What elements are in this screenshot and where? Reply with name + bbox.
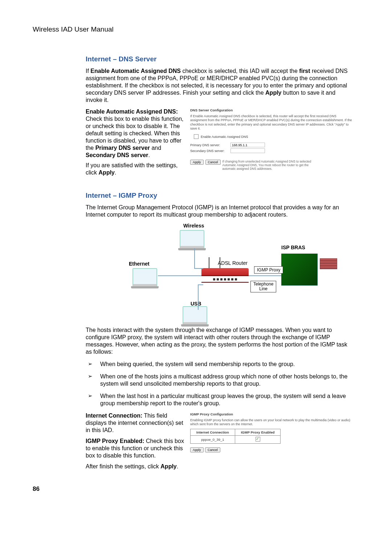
dns-screenshot: DNS Server Configuration If Enable Autom… xyxy=(190,108,354,171)
text: first xyxy=(299,68,310,74)
text: Enable Automatic Assigned DNS xyxy=(90,68,181,74)
text: Apply xyxy=(160,463,176,469)
text: . xyxy=(115,169,116,176)
internet-connection-label: Internet Connection: xyxy=(86,413,142,419)
text: If xyxy=(86,68,90,74)
isp-bras-icon xyxy=(281,254,318,286)
diagram-igmp-proxy-label: IGMP Proxy xyxy=(254,266,283,274)
igmp-col-connection: Internet Connection xyxy=(191,429,235,435)
dns-heading: Internet – DNS Server xyxy=(86,55,354,63)
page-header: Wireless IAD User Manual xyxy=(33,25,362,33)
igmp-topology-diagram: Wireless Ethernet USB ADSL Router ISP BR… xyxy=(118,223,321,321)
igmp-heading: Internet – IGMP Proxy xyxy=(86,192,354,200)
secondary-dns-label: Secondary DNS server: xyxy=(190,149,228,153)
dns-intro: If Enable Automatic Assigned DNS checkbo… xyxy=(86,67,354,104)
wireless-laptop-icon xyxy=(180,230,204,249)
ethernet-laptop-icon xyxy=(132,268,157,287)
diagram-telephone-line-label: Telephone Line xyxy=(250,281,276,292)
igmp-ss-desc: Enabling IGMP proxy function can allow t… xyxy=(190,418,354,427)
igmp-enabled-label: IGMP Proxy Enabled: xyxy=(86,438,144,444)
igmp-intro: The Internet Group Management Protocol (… xyxy=(86,204,354,218)
primary-dns-label: Primary DNS server: xyxy=(190,143,228,147)
dns-enable-label: Enable Automatic Assigned DNS: xyxy=(86,108,178,115)
enable-dns-checkbox[interactable] xyxy=(194,134,199,139)
secondary-dns-input[interactable] xyxy=(230,148,265,153)
igmp-apply-button[interactable]: Apply xyxy=(190,447,204,452)
text: After finish the settings, click xyxy=(86,463,160,469)
igmp-col-enabled: IGMP Proxy Enabled xyxy=(235,429,281,435)
igmp-screenshot: IGMP Proxy Configuration Enabling IGMP p… xyxy=(190,412,354,452)
text: Secondary DNS server xyxy=(86,152,148,158)
usb-laptop-icon xyxy=(183,306,207,325)
text: and xyxy=(150,145,161,151)
isp-rack-icon xyxy=(320,258,337,269)
text: Apply xyxy=(265,90,281,96)
text: . xyxy=(177,463,178,469)
text: Line xyxy=(253,287,273,291)
igmp-cancel-button[interactable]: Cancel xyxy=(205,447,220,452)
dns-cancel-button[interactable]: Cancel xyxy=(205,160,221,165)
text: . xyxy=(148,152,150,158)
igmp-enabled-checkbox[interactable] xyxy=(256,437,260,442)
list-item: When one of the hosts joins a multicast … xyxy=(86,373,354,387)
dns-ss-desc: If Enable Automatic Assigned DNS checkbo… xyxy=(190,114,354,131)
dns-ss-title: DNS Server Configuration xyxy=(190,108,354,112)
igmp-table: Internet Connection IGMP Proxy Enabled p… xyxy=(190,429,281,444)
diagram-adsl-router-label: ADSL Router xyxy=(218,260,248,266)
igmp-hosts-para: The hosts interact with the system throu… xyxy=(86,327,354,356)
diagram-wireless-label: Wireless xyxy=(183,223,204,229)
igmp-ss-title: IGMP Proxy Configuration xyxy=(190,412,354,416)
enable-dns-checkbox-label: Enable Automatic Assigned DNS xyxy=(201,135,248,139)
list-item: When being queried, the system will send… xyxy=(86,361,354,368)
adsl-router-icon xyxy=(201,268,249,280)
igmp-row-connection: pppoe_0_39_1 xyxy=(191,435,235,443)
diagram-usb-label: USB xyxy=(191,301,201,307)
text: Apply xyxy=(99,169,115,176)
text: checkbox is selected, this IAD will acce… xyxy=(181,68,299,74)
dns-apply-button[interactable]: Apply xyxy=(190,160,204,165)
diagram-ethernet-label: Ethernet xyxy=(129,261,150,267)
page-number: 86 xyxy=(33,485,362,493)
primary-dns-input[interactable] xyxy=(230,143,265,147)
diagram-isp-bras-label: ISP BRAS xyxy=(281,245,305,250)
text: Primary DNS server xyxy=(95,145,150,151)
igmp-bullet-list: When being queried, the system will send… xyxy=(86,361,354,407)
dns-reboot-note: If changing from unselected Automatic As… xyxy=(222,160,317,171)
list-item: When the last host in a particular multi… xyxy=(86,393,354,407)
